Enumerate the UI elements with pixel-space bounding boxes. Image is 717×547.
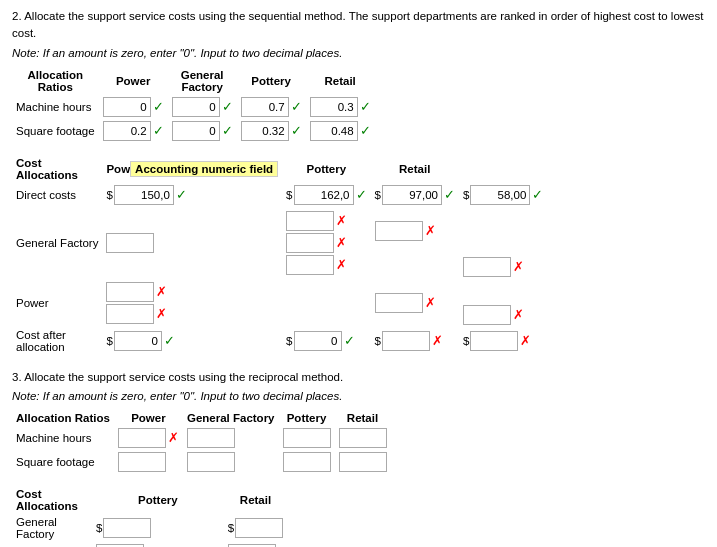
- sf-pottery-input[interactable]: [241, 121, 289, 141]
- mh-pottery-check: ✓: [291, 99, 302, 114]
- ca-pottery-input[interactable]: [382, 331, 430, 351]
- pw-col1-r2-input[interactable]: [106, 304, 154, 324]
- power-alloc-label: Power: [12, 279, 102, 327]
- dollar-sign: $: [286, 189, 292, 201]
- table-row: Square footage ✓ ✓ ✓ ✓: [12, 119, 375, 143]
- gf-col2-r1-cross: ✗: [336, 213, 347, 228]
- sf-retail-check: ✓: [360, 123, 371, 138]
- s3-col-genfact: General Factory: [183, 410, 279, 426]
- dc-pottery-input[interactable]: [382, 185, 442, 205]
- ca-retail-cross: ✗: [520, 333, 531, 348]
- allocation-ratios-table-3: Allocation Ratios Power General Factory …: [12, 410, 391, 474]
- dollar-sign: $: [106, 335, 112, 347]
- dollar-sign: $: [96, 522, 102, 534]
- pw-retail-r2-cross: ✗: [513, 307, 524, 322]
- mh-power-input[interactable]: [103, 97, 151, 117]
- s3-mh-genfact-input[interactable]: [187, 428, 235, 448]
- s3-sf-genfact-input[interactable]: [187, 452, 235, 472]
- mh-retail-check: ✓: [360, 99, 371, 114]
- ca-power-input[interactable]: [114, 331, 162, 351]
- s3-col-pottery: Pottery: [279, 410, 335, 426]
- col-genfact-header: GeneralFactory: [168, 67, 237, 95]
- s3-col-retail: Retail: [335, 410, 391, 426]
- mh-power-check: ✓: [153, 99, 164, 114]
- mh-pottery-input[interactable]: [241, 97, 289, 117]
- note-3: Note: If an amount is zero, enter "0". I…: [12, 390, 705, 402]
- dc-retail-check: ✓: [532, 187, 543, 202]
- s3-gf-pottery-input[interactable]: [103, 518, 151, 538]
- s3-pottery-col-header: Pottery: [92, 486, 224, 514]
- mh-retail-input[interactable]: [310, 97, 358, 117]
- s3-power-row: Power ✗: [12, 542, 287, 547]
- s3-sf-power-input[interactable]: [118, 452, 166, 472]
- s3-mh-power-input[interactable]: [118, 428, 166, 448]
- power-alloc-row: Power ✗ ✗ ✗ ✗: [12, 279, 547, 327]
- sf-retail-input[interactable]: [310, 121, 358, 141]
- gf-retail-r3-input[interactable]: [463, 257, 511, 277]
- s3-retail-col-header: Retail: [224, 486, 287, 514]
- pw-pottery-input[interactable]: [375, 293, 423, 313]
- accounting-field-label: Accounting numeric field: [130, 161, 278, 177]
- dc-retail-input[interactable]: [470, 185, 530, 205]
- gf-pottery-r1-cross: ✗: [425, 223, 436, 238]
- s3-mh-label: Machine hours: [12, 426, 114, 450]
- dc-pottery-check: ✓: [444, 187, 455, 202]
- genfact-alloc-label: General Factory: [12, 207, 102, 279]
- s3-sf-label: Square footage: [12, 450, 114, 474]
- dc-genfact-input[interactable]: [294, 185, 354, 205]
- gf-retail-r3-cross: ✗: [513, 259, 524, 274]
- col-retail-header: Retail: [306, 67, 375, 95]
- sf-genfact-input[interactable]: [172, 121, 220, 141]
- pw-col1-r2-cross: ✗: [156, 306, 167, 321]
- instruction-3: 3. Allocate the support service costs us…: [12, 369, 705, 386]
- cost-col-pottery: Pottery: [282, 155, 370, 183]
- direct-costs-label: Direct costs: [12, 183, 102, 207]
- dc-power-input[interactable]: [114, 185, 174, 205]
- machine-hours-label: Machine hours: [12, 95, 99, 119]
- pw-retail-r2-input[interactable]: [463, 305, 511, 325]
- dc-power-check: ✓: [176, 187, 187, 202]
- dollar-sign: $: [286, 335, 292, 347]
- gf-power-input[interactable]: [106, 233, 154, 253]
- dollar-sign: $: [375, 335, 381, 347]
- gf-col2-r2-input[interactable]: [286, 233, 334, 253]
- gf-col2-r1-input[interactable]: [286, 211, 334, 231]
- sf-power-check: ✓: [153, 123, 164, 138]
- s3-gf-retail-input[interactable]: [235, 518, 283, 538]
- ca-genfact-input[interactable]: [294, 331, 342, 351]
- s3-mh-power-cross: ✗: [168, 430, 179, 445]
- cost-after-alloc-row: Cost afterallocation $ ✓ $ ✓ $: [12, 327, 547, 355]
- table-row: Machine hours ✓ ✓ ✓ ✓: [12, 95, 375, 119]
- pw-col1-r1-input[interactable]: [106, 282, 154, 302]
- cost-col-power: PowAccounting numeric field: [102, 155, 282, 183]
- mh-genfact-input[interactable]: [172, 97, 220, 117]
- direct-costs-row: Direct costs $ ✓ $ ✓ $ ✓: [12, 183, 547, 207]
- table-row: Machine hours ✗: [12, 426, 391, 450]
- s3-cost-header: CostAllocations: [12, 486, 92, 514]
- dollar-sign: $: [228, 522, 234, 534]
- s3-mh-pottery-input[interactable]: [283, 428, 331, 448]
- s3-power-label: Power: [12, 542, 92, 547]
- dc-genfact-check: ✓: [356, 187, 367, 202]
- col-power-header: Power: [99, 67, 168, 95]
- instruction-2: 2. Allocate the support service costs us…: [12, 8, 705, 43]
- s3-sf-pottery-input[interactable]: [283, 452, 331, 472]
- pw-pottery-cross: ✗: [425, 295, 436, 310]
- col-pottery-header: Pottery: [237, 67, 306, 95]
- pw-col1-r1-cross: ✗: [156, 284, 167, 299]
- gf-pottery-r1-input[interactable]: [375, 221, 423, 241]
- general-factory-row: General Factory ✗ ✗ ✗ ✗ ✗: [12, 207, 547, 279]
- sf-pottery-check: ✓: [291, 123, 302, 138]
- cost-after-label: Cost afterallocation: [12, 327, 102, 355]
- gf-col2-r3-input[interactable]: [286, 255, 334, 275]
- s3-mh-retail-input[interactable]: [339, 428, 387, 448]
- ca-genfact-check: ✓: [344, 333, 355, 348]
- dollar-sign: $: [463, 335, 469, 347]
- sf-power-input[interactable]: [103, 121, 151, 141]
- ca-retail-input[interactable]: [470, 331, 518, 351]
- s3-sf-retail-input[interactable]: [339, 452, 387, 472]
- mh-genfact-check: ✓: [222, 99, 233, 114]
- sf-genfact-check: ✓: [222, 123, 233, 138]
- cost-allocations-table-2: CostAllocations PowAccounting numeric fi…: [12, 155, 547, 355]
- ca-pottery-cross: ✗: [432, 333, 443, 348]
